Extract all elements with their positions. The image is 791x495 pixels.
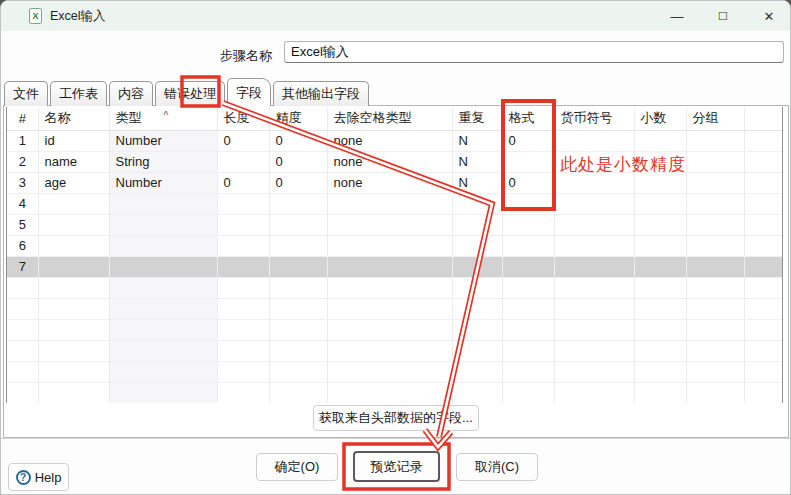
precision-cell[interactable]: 0 bbox=[269, 130, 327, 151]
type-cell[interactable]: String bbox=[109, 151, 217, 172]
header-decimal[interactable]: 小数 bbox=[634, 107, 686, 130]
header-repeat[interactable]: 重复 bbox=[452, 107, 502, 130]
name-cell[interactable]: age bbox=[38, 172, 109, 193]
currency-cell[interactable] bbox=[554, 256, 634, 277]
decimal-cell[interactable] bbox=[634, 130, 686, 151]
format-cell[interactable]: 0 bbox=[502, 172, 554, 193]
rownum-cell[interactable]: 7 bbox=[7, 256, 38, 277]
header-trim-type[interactable]: 去除空格类型 bbox=[327, 107, 452, 130]
decimal-cell[interactable] bbox=[634, 214, 686, 235]
precision-cell[interactable] bbox=[269, 214, 327, 235]
format-cell[interactable] bbox=[502, 256, 554, 277]
tab-fields[interactable]: 字段 bbox=[227, 78, 271, 106]
name-cell[interactable] bbox=[38, 256, 109, 277]
trim-cell[interactable] bbox=[327, 256, 452, 277]
tab-error-handling[interactable]: 错误处理 bbox=[155, 81, 225, 106]
header-rownum[interactable]: # bbox=[7, 107, 38, 130]
step-name-input[interactable] bbox=[284, 41, 784, 63]
name-cell[interactable] bbox=[38, 235, 109, 256]
header-name[interactable]: 名称 bbox=[38, 107, 109, 130]
repeat-cell[interactable]: N bbox=[452, 151, 502, 172]
name-cell[interactable]: id bbox=[38, 130, 109, 151]
currency-cell[interactable] bbox=[554, 193, 634, 214]
length-cell[interactable]: 0 bbox=[217, 172, 269, 193]
repeat-cell[interactable] bbox=[452, 256, 502, 277]
precision-cell[interactable]: 0 bbox=[269, 151, 327, 172]
type-cell[interactable] bbox=[109, 193, 217, 214]
header-precision[interactable]: 精度 bbox=[269, 107, 327, 130]
format-cell[interactable] bbox=[502, 193, 554, 214]
name-cell[interactable] bbox=[38, 214, 109, 235]
trim-cell[interactable] bbox=[327, 214, 452, 235]
type-cell[interactable] bbox=[109, 235, 217, 256]
get-fields-button[interactable]: 获取来自头部数据的字段... bbox=[313, 405, 479, 431]
format-cell[interactable] bbox=[502, 214, 554, 235]
group-cell[interactable] bbox=[686, 193, 744, 214]
type-cell[interactable] bbox=[109, 256, 217, 277]
decimal-cell[interactable] bbox=[634, 151, 686, 172]
length-cell[interactable] bbox=[217, 256, 269, 277]
length-cell[interactable] bbox=[217, 235, 269, 256]
decimal-cell[interactable] bbox=[634, 172, 686, 193]
rownum-cell[interactable]: 1 bbox=[7, 130, 38, 151]
currency-cell[interactable] bbox=[554, 172, 634, 193]
header-length[interactable]: 长度 bbox=[217, 107, 269, 130]
length-cell[interactable]: 0 bbox=[217, 130, 269, 151]
group-cell[interactable] bbox=[686, 151, 744, 172]
preview-records-button[interactable]: 预览记录 bbox=[353, 451, 440, 482]
header-currency[interactable]: 货币符号 bbox=[554, 107, 634, 130]
length-cell[interactable] bbox=[217, 151, 269, 172]
group-cell[interactable] bbox=[686, 130, 744, 151]
name-cell[interactable]: name bbox=[38, 151, 109, 172]
ok-button[interactable]: 确定(O) bbox=[256, 453, 338, 481]
header-format[interactable]: 格式 bbox=[502, 107, 554, 130]
decimal-cell[interactable] bbox=[634, 193, 686, 214]
decimal-cell[interactable] bbox=[634, 256, 686, 277]
precision-cell[interactable]: 0 bbox=[269, 172, 327, 193]
rownum-cell[interactable]: 2 bbox=[7, 151, 38, 172]
precision-cell[interactable] bbox=[269, 193, 327, 214]
length-cell[interactable] bbox=[217, 193, 269, 214]
name-cell[interactable] bbox=[38, 193, 109, 214]
repeat-cell[interactable] bbox=[452, 193, 502, 214]
trim-cell[interactable]: none bbox=[327, 151, 452, 172]
group-cell[interactable] bbox=[686, 235, 744, 256]
currency-cell[interactable] bbox=[554, 151, 634, 172]
precision-cell[interactable] bbox=[269, 235, 327, 256]
format-cell[interactable]: 0 bbox=[502, 130, 554, 151]
type-cell[interactable]: Number bbox=[109, 130, 217, 151]
trim-cell[interactable] bbox=[327, 235, 452, 256]
tab-file[interactable]: 文件 bbox=[4, 81, 48, 106]
rownum-cell[interactable]: 6 bbox=[7, 235, 38, 256]
rownum-cell[interactable]: 3 bbox=[7, 172, 38, 193]
header-type[interactable]: 类型^ bbox=[109, 107, 217, 130]
tab-worksheet[interactable]: 工作表 bbox=[50, 81, 107, 106]
type-cell[interactable]: Number bbox=[109, 172, 217, 193]
rownum-cell[interactable]: 4 bbox=[7, 193, 38, 214]
decimal-cell[interactable] bbox=[634, 235, 686, 256]
tab-content[interactable]: 内容 bbox=[109, 81, 153, 106]
group-cell[interactable] bbox=[686, 256, 744, 277]
trim-cell[interactable]: none bbox=[327, 130, 452, 151]
group-cell[interactable] bbox=[686, 214, 744, 235]
length-cell[interactable] bbox=[217, 214, 269, 235]
header-group[interactable]: 分组 bbox=[686, 107, 744, 130]
minimize-icon[interactable]: — bbox=[654, 1, 700, 31]
format-cell[interactable] bbox=[502, 151, 554, 172]
currency-cell[interactable] bbox=[554, 235, 634, 256]
format-cell[interactable] bbox=[502, 235, 554, 256]
tab-other-output-fields[interactable]: 其他输出字段 bbox=[273, 81, 369, 106]
repeat-cell[interactable]: N bbox=[452, 130, 502, 151]
currency-cell[interactable] bbox=[554, 214, 634, 235]
repeat-cell[interactable] bbox=[452, 235, 502, 256]
repeat-cell[interactable]: N bbox=[452, 172, 502, 193]
cancel-button[interactable]: 取消(C) bbox=[456, 453, 538, 481]
type-cell[interactable] bbox=[109, 214, 217, 235]
trim-cell[interactable] bbox=[327, 193, 452, 214]
maximize-icon[interactable]: ☐ bbox=[700, 1, 746, 31]
rownum-cell[interactable]: 5 bbox=[7, 214, 38, 235]
help-button[interactable]: ? Help bbox=[8, 463, 69, 491]
currency-cell[interactable] bbox=[554, 130, 634, 151]
trim-cell[interactable]: none bbox=[327, 172, 452, 193]
close-icon[interactable]: ✕ bbox=[746, 1, 791, 31]
